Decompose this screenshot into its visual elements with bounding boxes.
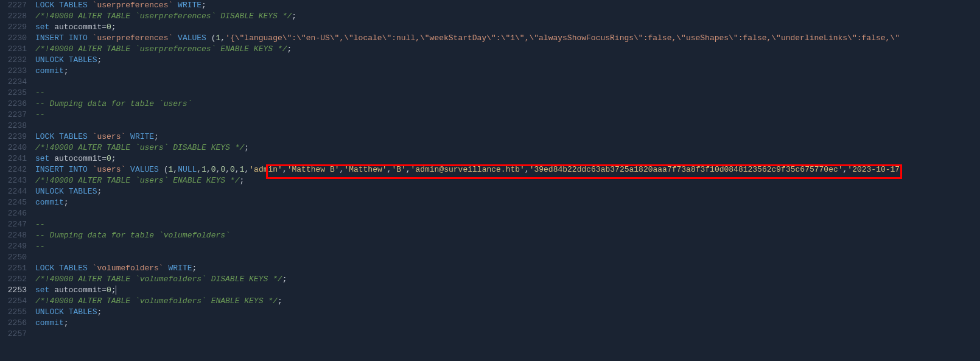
token-kw: TABLES [69,307,97,317]
code-content[interactable]: INSERT INTO `userpreferences` VALUES (1,… [35,33,900,44]
token-op: = [102,154,107,163]
code-line[interactable]: 2231/*!40000 ALTER TABLE `userpreference… [0,44,980,55]
token-comment: -- [35,110,45,119]
code-content[interactable]: /*!40000 ALTER TABLE `userpreferences` E… [35,44,292,55]
code-line[interactable]: 2239LOCK TABLES `users` WRITE; [0,131,980,142]
code-line[interactable]: 2256commit; [0,318,980,329]
code-line[interactable]: 2251LOCK TABLES `volumefolders` WRITE; [0,263,980,274]
code-content[interactable]: UNLOCK TABLES; [35,186,102,197]
code-line[interactable]: 2229set autocommit=0; [0,22,980,33]
code-content[interactable]: /*!40000 ALTER TABLE `userpreferences` D… [35,11,296,22]
token-punct: ; [287,44,292,54]
code-content[interactable]: LOCK TABLES `volumefolders` WRITE; [35,263,197,274]
line-number: 2235 [0,88,35,99]
token-punct: ; [97,187,102,196]
code-content[interactable]: UNLOCK TABLES; [35,55,102,66]
token-str: `users` [93,165,126,174]
code-line[interactable]: 2240/*!40000 ALTER TABLE `users` DISABLE… [0,142,980,153]
line-number: 2241 [0,153,35,164]
code-line[interactable]: 2247-- [0,219,980,230]
line-number: 2243 [0,175,35,186]
line-number: 2257 [0,329,35,340]
line-number: 2253 [0,285,35,296]
code-content[interactable]: UNLOCK TABLES; [35,307,102,318]
token-comment: /*!40000 ALTER TABLE `users` ENABLE KEYS… [35,176,239,185]
code-content[interactable]: -- [35,88,45,99]
token-punct: ; [292,12,296,21]
token-num-lit: 0 [230,165,235,174]
code-content[interactable]: /*!40000 ALTER TABLE `users` ENABLE KEYS… [35,175,244,186]
code-content[interactable]: /*!40000 ALTER TABLE `volumefolders` DIS… [35,274,287,285]
code-content[interactable]: -- [35,219,45,230]
code-content[interactable]: /*!40000 ALTER TABLE `volumefolders` ENA… [35,296,282,307]
token-kw: UNLOCK [35,187,64,196]
line-number: 2237 [0,110,35,121]
code-line[interactable]: 2252/*!40000 ALTER TABLE `volumefolders`… [0,274,980,285]
code-line[interactable]: 2241set autocommit=0; [0,153,980,164]
line-number: 2248 [0,230,35,241]
code-line[interactable]: 2249-- [0,241,980,252]
token-kw: TABLES [59,264,88,273]
token-kw: VALUES [130,165,159,174]
code-content[interactable]: -- [35,241,45,252]
token-kw: TABLES [69,187,97,196]
code-line[interactable]: 2233commit; [0,66,980,77]
code-content[interactable]: -- [35,110,45,121]
code-content[interactable]: commit; [35,318,69,329]
token-punct: , [282,165,287,174]
code-line[interactable]: 2234 [0,77,980,88]
line-number: 2251 [0,263,35,274]
code-content[interactable]: commit; [35,197,69,208]
token-kw: commit [35,66,64,75]
code-line[interactable]: 2246 [0,208,980,219]
code-content[interactable]: /*!40000 ALTER TABLE `users` DISABLE KEY… [35,142,249,153]
code-line[interactable]: 2236-- Dumping data for table `users` [0,99,980,110]
code-line[interactable]: 2230INSERT INTO `userpreferences` VALUES… [0,33,980,44]
line-number: 2236 [0,99,35,110]
line-number: 2244 [0,186,35,197]
code-line[interactable]: 2244UNLOCK TABLES; [0,186,980,197]
code-line[interactable]: 2257 [0,329,980,340]
code-editor[interactable]: 2227LOCK TABLES `userpreferences` WRITE;… [0,0,980,340]
token-punct: , [206,165,211,174]
code-line[interactable]: 2250 [0,252,980,263]
code-line[interactable]: 2235-- [0,88,980,99]
code-content[interactable]: commit; [35,66,69,77]
code-content[interactable]: INSERT INTO `users` VALUES (1,NULL,1,0,0… [35,164,900,175]
code-content[interactable]: LOCK TABLES `userpreferences` WRITE; [35,0,206,11]
code-content[interactable]: LOCK TABLES `users` WRITE; [35,131,159,142]
line-number: 2249 [0,241,35,252]
code-content[interactable]: set autocommit=0; [35,153,116,164]
code-line[interactable]: 2248-- Dumping data for table `volumefol… [0,230,980,241]
code-content[interactable]: set autocommit=0; [35,285,116,296]
code-line[interactable]: 2245commit; [0,197,980,208]
token-ystr: 'B' [391,165,405,174]
code-content[interactable]: set autocommit=0; [35,22,116,33]
token-num-lit: 0 [107,286,111,295]
code-content[interactable]: -- Dumping data for table `users` [35,99,192,110]
code-line[interactable]: 2243/*!40000 ALTER TABLE `users` ENABLE … [0,175,980,186]
code-line[interactable]: 2238 [0,121,980,131]
token-kw: NULL [178,165,197,174]
token-punct: ; [64,66,69,75]
code-line[interactable]: 2255UNLOCK TABLES; [0,307,980,318]
code-content[interactable]: -- Dumping data for table `volumefolders… [35,230,230,241]
code-line[interactable]: 2253set autocommit=0; [0,285,980,296]
code-line[interactable]: 2227LOCK TABLES `userpreferences` WRITE; [0,0,980,11]
code-line[interactable]: 2254/*!40000 ALTER TABLE `volumefolders`… [0,296,980,307]
token-str: `userpreferences` [93,1,173,10]
token-kw: WRITE [169,264,192,273]
code-line[interactable]: 2237-- [0,110,980,121]
token-ystr: 'admin' [249,165,282,174]
code-line[interactable]: 2232UNLOCK TABLES; [0,55,980,66]
token-kw: LOCK [35,264,54,273]
token-kw: WRITE [130,132,154,141]
token-punct: ; [282,275,287,284]
code-line[interactable]: 2242INSERT INTO `users` VALUES (1,NULL,1… [0,164,980,175]
line-number: 2247 [0,219,35,230]
line-number: 2256 [0,318,35,329]
code-line[interactable]: 2228/*!40000 ALTER TABLE `userpreference… [0,11,980,22]
token-kw: set [35,23,49,32]
token-comment: -- [35,220,45,229]
token-op: = [102,23,107,32]
